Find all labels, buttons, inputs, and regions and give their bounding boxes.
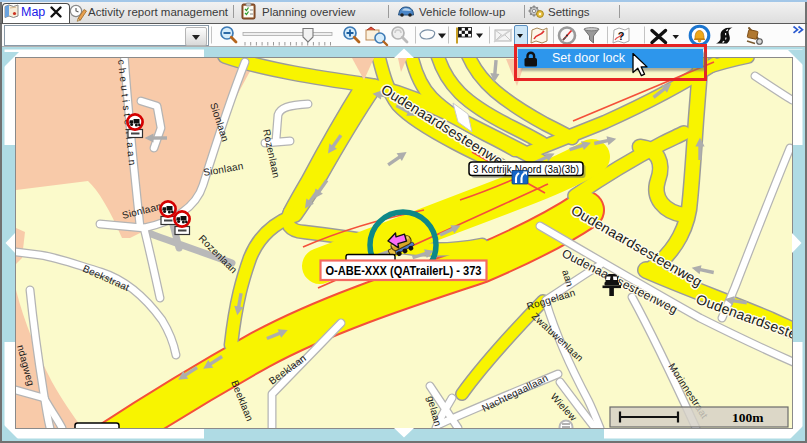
svg-text:O-ABE-XXX (QATrailerL) - 373: O-ABE-XXX (QATrailerL) - 373 (326, 263, 482, 278)
svg-text:100m: 100m (732, 410, 764, 425)
svg-text:?: ? (618, 30, 625, 42)
